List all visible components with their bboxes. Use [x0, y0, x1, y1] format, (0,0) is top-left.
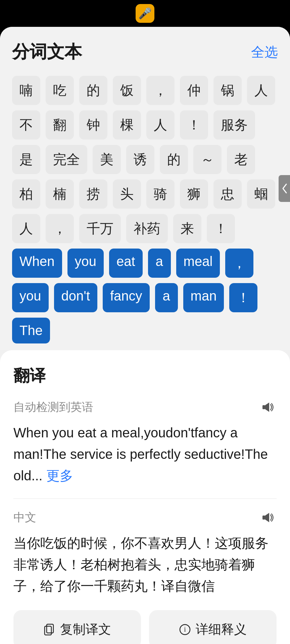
svg-rect-4 — [47, 624, 53, 633]
target-lang-header: 中文 — [13, 509, 277, 526]
word-chip[interactable]: 头 — [113, 179, 141, 209]
word-chip[interactable]: When — [12, 249, 62, 278]
word-chip[interactable]: ， — [46, 214, 74, 243]
more-link[interactable]: 更多 — [46, 468, 73, 483]
word-chip[interactable]: ， — [225, 249, 253, 278]
target-lang-label: 中文 — [13, 510, 36, 525]
source-lang-section: 自动检测到英语 When you eat a meal,youdon'tfanc… — [13, 398, 277, 486]
word-chip[interactable]: 柏 — [12, 179, 40, 209]
word-chip[interactable]: meal — [176, 249, 220, 278]
select-all-button[interactable]: 全选 — [251, 43, 278, 61]
word-chip[interactable]: 来 — [173, 214, 201, 243]
word-chip[interactable]: 喃 — [12, 76, 40, 105]
word-chip[interactable]: ！ — [229, 283, 257, 312]
word-chip[interactable]: 服务 — [213, 110, 255, 140]
svg-marker-1 — [265, 402, 269, 412]
action-buttons-row: 复制译文 i 详细释义 — [13, 610, 277, 644]
word-chip[interactable]: man — [183, 283, 224, 312]
source-lang-label: 自动检测到英语 — [13, 399, 93, 415]
word-chip[interactable]: 楠 — [46, 179, 74, 209]
word-chip[interactable]: a — [155, 283, 178, 312]
word-chip[interactable]: 千万 — [79, 214, 121, 243]
word-chip[interactable]: 不 — [12, 110, 40, 140]
top-panel: 分词文本 全选 喃吃的饭，仲锅人不翻钟棵人！服务是完全美诱的～老柏楠捞头骑狮忠蝈… — [0, 27, 290, 350]
translation-title: 翻译 — [13, 365, 277, 386]
word-chip[interactable]: 诱 — [126, 145, 154, 174]
detail-explanation-label: 详细释义 — [196, 621, 247, 638]
word-chip[interactable]: ～ — [193, 145, 222, 174]
svg-rect-5 — [45, 626, 51, 635]
detail-explanation-button[interactable]: i 详细释义 — [149, 610, 277, 644]
svg-text:i: i — [184, 626, 186, 633]
word-chip[interactable]: 吃 — [46, 76, 74, 105]
word-chip[interactable]: 补药 — [126, 214, 168, 243]
mic-icon: 🎤 — [136, 4, 154, 23]
word-chip[interactable]: a — [148, 249, 171, 278]
word-chip[interactable]: 老 — [227, 145, 255, 174]
word-chip[interactable]: The — [12, 318, 50, 343]
word-chip[interactable]: 棵 — [113, 110, 141, 140]
word-chip[interactable]: 的 — [79, 76, 107, 105]
word-chip[interactable]: ！ — [207, 214, 235, 243]
word-chip[interactable]: 钟 — [79, 110, 107, 140]
word-chip[interactable]: you — [67, 249, 104, 278]
word-chip[interactable]: ， — [146, 76, 175, 105]
top-panel-wrapper: 分词文本 全选 喃吃的饭，仲锅人不翻钟棵人！服务是完全美诱的～老柏楠捞头骑狮忠蝈… — [0, 27, 290, 350]
source-lang-header: 自动检测到英语 — [13, 398, 277, 416]
word-chip[interactable]: 的 — [160, 145, 188, 174]
svg-rect-0 — [262, 405, 265, 409]
word-chip[interactable]: 人 — [12, 214, 40, 243]
word-chip[interactable]: 人 — [247, 76, 275, 105]
word-chip[interactable]: 仲 — [180, 76, 208, 105]
source-speaker-icon[interactable] — [259, 398, 277, 416]
word-chip[interactable]: 翻 — [46, 110, 74, 140]
svg-marker-3 — [265, 513, 269, 522]
svg-rect-2 — [262, 516, 265, 520]
word-chip[interactable]: eat — [109, 249, 143, 278]
word-chip[interactable]: 完全 — [46, 145, 87, 174]
divider — [13, 498, 277, 499]
target-speaker-icon[interactable] — [259, 509, 277, 526]
copy-translation-label: 复制译文 — [60, 621, 111, 638]
status-bar: 🎤 — [0, 0, 290, 27]
word-chip[interactable]: don't — [54, 283, 98, 312]
copy-translation-button[interactable]: 复制译文 — [13, 610, 141, 644]
word-chip[interactable]: 骑 — [146, 179, 175, 209]
word-chip[interactable]: 锅 — [213, 76, 242, 105]
collapse-arrow[interactable] — [279, 175, 290, 202]
target-lang-section: 中文 当你吃饭的时候，你不喜欢男人！这项服务非常诱人！老柏树抱着头，忠实地骑着狮… — [13, 509, 277, 597]
word-chip[interactable]: fancy — [103, 283, 150, 312]
source-translation-text: When you eat a meal,youdon'tfancy a man!… — [13, 422, 277, 486]
word-chip[interactable]: 人 — [146, 110, 175, 140]
word-chip[interactable]: 是 — [12, 145, 40, 174]
top-panel-title: 分词文本 — [12, 40, 82, 64]
word-chip[interactable]: 忠 — [213, 179, 242, 209]
top-header: 分词文本 全选 — [12, 40, 278, 64]
word-chip[interactable]: you — [12, 283, 49, 312]
word-chip[interactable]: 饭 — [113, 76, 141, 105]
word-chip[interactable]: 美 — [93, 145, 121, 174]
main-container: 分词文本 全选 喃吃的饭，仲锅人不翻钟棵人！服务是完全美诱的～老柏楠捞头骑狮忠蝈… — [0, 27, 290, 644]
word-chip[interactable]: ！ — [180, 110, 208, 140]
target-translation-text: 当你吃饭的时候，你不喜欢男人！这项服务非常诱人！老柏树抱着头，忠实地骑着狮子，给… — [13, 532, 277, 597]
word-chip[interactable]: 狮 — [180, 179, 208, 209]
words-grid: 喃吃的饭，仲锅人不翻钟棵人！服务是完全美诱的～老柏楠捞头骑狮忠蝈人，千万补药来！… — [12, 76, 278, 343]
word-chip[interactable]: 捞 — [79, 179, 107, 209]
word-chip[interactable]: 蝈 — [247, 179, 275, 209]
translation-panel: 翻译 自动检测到英语 When you eat a meal,youdon'tf… — [0, 350, 290, 644]
